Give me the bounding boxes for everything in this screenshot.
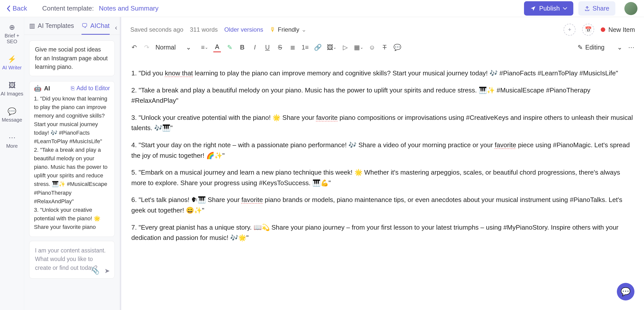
target-icon: ⊕	[9, 23, 15, 31]
content-p5[interactable]: 5. "Embark on a musical journey and lear…	[131, 167, 634, 188]
chevron-down-icon: ⌄	[301, 26, 306, 33]
undo-button[interactable]: ↶	[130, 42, 138, 52]
left-rail: ⊕ Brief + SEO ⚡ AI Writer 🖼 AI Images 💬 …	[0, 17, 24, 310]
more-toolbar-button[interactable]: ⋯	[627, 42, 635, 52]
rail-brief-seo[interactable]: ⊕ Brief + SEO	[0, 22, 24, 45]
send-icon[interactable]: ➤	[104, 267, 110, 275]
status-dot-red	[601, 27, 605, 32]
older-versions-link[interactable]: Older versions	[224, 26, 263, 33]
italic-button[interactable]: I	[251, 42, 259, 52]
calendar-icon-dashed: 📅	[585, 26, 592, 33]
import-icon: ⎘	[71, 85, 74, 92]
tab-ai-chat[interactable]: 🗨 AIChat	[82, 22, 109, 35]
rail-message-label: Message	[2, 117, 22, 123]
mic-icon: 🎙	[270, 26, 276, 33]
content-p3[interactable]: 3. "Unlock your creative potential with …	[131, 113, 634, 133]
share-label: Share	[592, 5, 609, 12]
attachment-icon[interactable]: 📎	[91, 267, 99, 275]
editor-meta: Saved seconds ago 311 words Older versio…	[121, 17, 644, 38]
comment-button[interactable]: 💬	[393, 42, 401, 52]
new-item-status[interactable]: New Item	[601, 26, 635, 33]
rail-images-label: AI Images	[1, 91, 23, 97]
add-to-editor-button[interactable]: ⎘ Add to Editor	[71, 85, 110, 92]
rail-brief-label: Brief + SEO	[0, 33, 24, 44]
rail-message[interactable]: 💬 Message	[0, 106, 24, 124]
editing-label: Editing	[585, 44, 605, 51]
add-to-editor-label: Add to Editor	[76, 85, 110, 92]
word-count: 311 words	[190, 26, 218, 33]
table-button[interactable]: ▦ ⌄	[354, 42, 363, 52]
publish-button[interactable]: Publish	[524, 1, 573, 16]
back-label: Back	[13, 5, 27, 12]
bullet-list-button[interactable]: ≣	[289, 42, 296, 52]
tab-chat-label: AIChat	[90, 22, 109, 29]
content-p4[interactable]: 4. "Start your day on the right note – w…	[131, 140, 634, 161]
tab-ai-templates[interactable]: ▥ AI Templates	[29, 22, 74, 35]
user-plus-icon: +	[568, 26, 571, 33]
chat-icon: 💬	[621, 287, 631, 296]
content-p7[interactable]: 7. "Every great pianist has a unique sto…	[131, 222, 634, 243]
clear-format-button[interactable]: T	[381, 42, 388, 52]
robot-icon: 🤖	[34, 85, 42, 92]
numbered-list-button[interactable]: 1≡	[301, 42, 309, 52]
back-button[interactable]: Back	[7, 5, 27, 12]
publish-label: Publish	[539, 5, 560, 12]
chevron-down-icon: ⌄	[186, 44, 191, 51]
editor-pane: Saved seconds ago 311 words Older versio…	[121, 17, 644, 310]
rail-more[interactable]: ⋯ More	[0, 132, 24, 150]
image-button[interactable]: 🖼 ⌄	[327, 42, 336, 52]
video-button[interactable]: ▷	[341, 42, 349, 52]
schedule-button[interactable]: 📅	[582, 24, 594, 36]
chat-bubbles-icon: 🗨	[82, 22, 88, 29]
intercom-fab[interactable]: 💬	[617, 283, 634, 300]
ai-response-text: 1. "Did you know that learning to play t…	[34, 94, 110, 233]
chevron-down-icon: ⌄	[617, 44, 622, 51]
library-icon: ▥	[29, 22, 35, 29]
tab-templates-label: AI Templates	[38, 22, 74, 29]
rail-ai-writer[interactable]: ⚡ AI Writer	[0, 54, 24, 72]
underline-button[interactable]: U	[264, 42, 271, 52]
send-icon	[530, 6, 536, 12]
highlight-button[interactable]: ✎	[226, 42, 233, 52]
top-bar: Back Content template: Notes and Summary…	[0, 0, 644, 17]
tone-selector[interactable]: 🎙 Friendly ⌄	[270, 26, 306, 33]
bold-button[interactable]: B	[238, 42, 246, 52]
saved-status: Saved seconds ago	[130, 26, 183, 33]
rail-ai-images[interactable]: 🖼 AI Images	[0, 80, 24, 98]
redo-button[interactable]: ↷	[143, 42, 150, 52]
content-p6[interactable]: 6. "Let's talk pianos! 🗣🎹 Share your fav…	[131, 195, 634, 216]
chevron-down-icon	[563, 7, 567, 10]
upload-icon	[584, 6, 590, 11]
rail-writer-label: AI Writer	[2, 65, 22, 71]
avatar[interactable]	[624, 2, 637, 15]
tone-label: Friendly	[278, 26, 299, 33]
collapse-sidebar-button[interactable]: ‹	[115, 24, 117, 32]
content-p2[interactable]: 2. "Take a break and play a beautiful me…	[131, 85, 634, 106]
text-color-button[interactable]: A	[213, 42, 221, 52]
chat-input[interactable]: I am your content assistant. What would …	[29, 241, 115, 279]
sidebar: ▥ AI Templates 🗨 AIChat ‹ Give me social…	[24, 17, 120, 310]
template-name[interactable]: Notes and Summary	[99, 5, 158, 12]
format-select[interactable]: Normal ⌄	[155, 44, 196, 51]
align-button[interactable]: ≡ ⌄	[201, 42, 208, 52]
ai-response-box: 🤖 AI ⎘ Add to Editor 1. "Did you know th…	[29, 81, 115, 237]
new-item-label: New Item	[608, 26, 635, 33]
image-icon: 🖼	[9, 81, 16, 89]
link-button[interactable]: 🔗	[314, 42, 322, 52]
chevron-left-icon	[7, 5, 11, 12]
content-p1[interactable]: 1. "Did you know that learning to play t…	[131, 68, 634, 79]
template-label: Content template:	[42, 5, 94, 12]
strike-button[interactable]: S	[276, 42, 284, 52]
sidebar-tabs: ▥ AI Templates 🗨 AIChat ‹	[24, 17, 120, 35]
format-label: Normal	[155, 44, 176, 51]
emoji-button[interactable]: ☺	[368, 42, 376, 52]
editing-mode-button[interactable]: ✎ Editing ⌄	[578, 44, 622, 51]
user-prompt-box: Give me social post ideas for an Instagr…	[29, 40, 115, 76]
dots-icon: ⋯	[9, 133, 16, 142]
share-button[interactable]: Share	[578, 1, 615, 16]
ai-label: AI	[44, 85, 50, 92]
add-collaborator-button[interactable]: +	[564, 24, 576, 36]
user-prompt-text: Give me social post ideas for an Instagr…	[35, 46, 108, 70]
editor-content[interactable]: 1. "Did you know that learning to play t…	[121, 57, 644, 260]
rail-more-label: More	[6, 143, 18, 149]
